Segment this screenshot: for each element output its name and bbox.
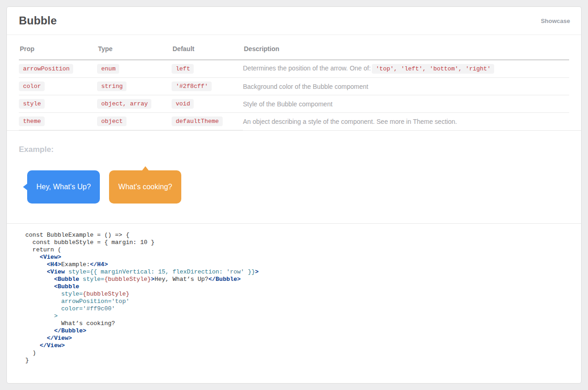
- code-line: }: [25, 357, 569, 364]
- prop-badge: arrowPosition: [19, 64, 73, 74]
- type-badge: enum: [97, 64, 119, 74]
- code-line: const bubbleStyle = { margin: 10 }: [25, 239, 569, 246]
- prop-badge: theme: [19, 116, 45, 126]
- bubble-example-row: Hey, What's Up? What's cooking?: [19, 170, 569, 204]
- code-line: >: [25, 313, 569, 320]
- table-row: themeobjectdefaultThemeAn object describ…: [19, 113, 569, 130]
- default-badge: '#2f8cff': [172, 81, 212, 91]
- description-code-badge: 'top', 'left', 'bottom', 'right': [372, 64, 495, 74]
- bubble-top-arrow-icon: [142, 166, 149, 170]
- code-token: [25, 283, 54, 290]
- description-text: Background color of the Bubble compoment: [243, 83, 368, 90]
- code-line: ): [25, 349, 569, 357]
- code-token: [25, 298, 61, 305]
- table-row: styleobject, arrayvoidStyle of the Bubbl…: [19, 95, 569, 113]
- component-card: Bubble Showcase Prop Type Default Descri…: [6, 6, 582, 384]
- prop-badge: color: [19, 81, 45, 91]
- type-badge: object, array: [97, 99, 151, 109]
- code-token: </View>: [40, 342, 65, 349]
- cell-default: left: [172, 60, 243, 78]
- code-line: </View>: [25, 335, 569, 342]
- code-line: </Bubble>: [25, 327, 569, 335]
- default-badge: defaultTheme: [172, 116, 223, 126]
- cell-type: object, array: [97, 95, 172, 113]
- cell-default: void: [172, 95, 243, 113]
- cell-default: '#2f8cff': [172, 78, 243, 95]
- code-line: <H4>Example:</H4>: [25, 261, 569, 268]
- code-token: >: [151, 276, 155, 283]
- code-token: [25, 268, 47, 275]
- cell-prop: style: [19, 95, 97, 113]
- props-table-header-row: Prop Type Default Description: [19, 35, 569, 60]
- example-section: Example: Hey, What's Up? What's cooking?: [7, 131, 581, 224]
- code-token: style=: [61, 291, 83, 297]
- code-token: return (: [25, 246, 61, 253]
- code-token: [25, 254, 40, 261]
- props-table: Prop Type Default Description arrowPosit…: [19, 35, 569, 130]
- code-token: {bubbleStyle}: [83, 291, 129, 297]
- cell-prop: theme: [19, 113, 97, 130]
- code-line: arrowPosition='top': [25, 298, 569, 305]
- code-token: {bubbleStyle}: [104, 276, 151, 283]
- description-text: An object describing a style of the comp…: [243, 118, 457, 125]
- code-token: Hey, What’s Up?: [155, 276, 208, 283]
- code-line: </View>: [25, 342, 569, 349]
- code-line: <Bubble style={bubbleStyle}>Hey, What’s …: [25, 276, 569, 283]
- table-row: arrowPositionenumleftDetermines the posi…: [19, 60, 569, 78]
- code-token: [25, 342, 40, 349]
- cell-description: Determines the position of the arrow. On…: [243, 60, 569, 78]
- code-line: <View style={{ marginVertical: 15, flexD…: [25, 268, 569, 276]
- code-token: color=: [61, 305, 83, 312]
- code-token: const bubbleStyle = { margin: 10 }: [25, 239, 155, 246]
- column-header-description: Description: [243, 35, 569, 60]
- code-token: </Bubble>: [208, 276, 241, 283]
- code-token: </Bubble>: [54, 327, 86, 334]
- styleguide-page: { "header": { "title": "Bubble", "link_l…: [0, 0, 588, 390]
- code-token: [79, 276, 83, 283]
- code-token: <View>: [40, 254, 61, 261]
- code-token: <Bubble: [54, 276, 79, 283]
- cell-type: enum: [97, 60, 172, 78]
- column-header-default: Default: [172, 35, 243, 60]
- card-header: Bubble Showcase: [7, 7, 581, 35]
- code-line: What’s cooking?: [25, 320, 569, 327]
- bubble-blue: Hey, What's Up?: [27, 170, 100, 204]
- prop-badge: style: [19, 99, 45, 109]
- code-token: arrowPosition=: [61, 298, 111, 305]
- default-badge: left: [172, 64, 194, 74]
- type-badge: string: [97, 81, 127, 91]
- code-token: }: [25, 357, 29, 364]
- column-header-prop: Prop: [19, 35, 97, 60]
- cell-default: defaultTheme: [172, 113, 243, 130]
- code-token: [25, 261, 47, 268]
- bubble-orange-text: What's cooking?: [118, 183, 172, 191]
- code-line: return (: [25, 246, 569, 254]
- code-token: 'row': [226, 268, 244, 275]
- code-token: Example:: [61, 261, 90, 268]
- bubble-orange: What's cooking?: [109, 170, 181, 204]
- code-token: ): [25, 349, 36, 356]
- code-token: <Bubble: [54, 283, 79, 290]
- code-token: </H4>: [90, 261, 108, 268]
- code-line: style={bubbleStyle}: [25, 291, 569, 298]
- code-line: const BubbleExample = () => {: [25, 232, 569, 239]
- cell-description: Style of the Bubble compoment: [243, 95, 569, 113]
- code-token: style=: [69, 268, 90, 275]
- example-heading: Example:: [19, 145, 569, 154]
- code-token: const BubbleExample = () => {: [25, 232, 129, 239]
- bubble-left-arrow-icon: [23, 184, 27, 190]
- code-token: [25, 305, 61, 312]
- code-token: 'top': [111, 298, 129, 305]
- description-text: Style of the Bubble compoment: [243, 100, 333, 108]
- code-token: What’s cooking?: [25, 320, 115, 327]
- code-token: <H4>: [47, 261, 61, 268]
- code-token: [25, 327, 54, 334]
- bubble-blue-text: Hey, What's Up?: [36, 183, 91, 191]
- code-section: const BubbleExample = () => { const bubb…: [7, 224, 581, 373]
- table-row: colorstring'#2f8cff'Background color of …: [19, 78, 569, 95]
- props-table-body: arrowPositionenumleftDetermines the posi…: [19, 60, 569, 130]
- code-token: [65, 268, 69, 275]
- code-line: <View>: [25, 254, 569, 261]
- showcase-link[interactable]: Showcase: [541, 17, 570, 24]
- code-token: }}: [244, 268, 255, 275]
